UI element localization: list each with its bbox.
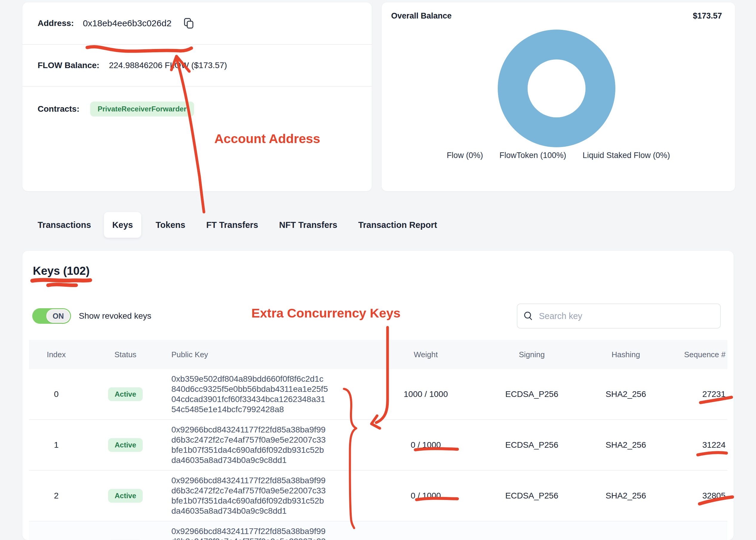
key-sequence-number: 32805 bbox=[671, 491, 727, 500]
flow-balance-label: FLOW Balance: bbox=[38, 61, 99, 70]
overall-balance-total: $173.57 bbox=[693, 11, 722, 21]
key-weight: 0 / 1000 bbox=[369, 440, 483, 450]
address-row: Address: 0x18eb4ee6b3c026d2 bbox=[38, 2, 363, 44]
header-status: Status bbox=[84, 350, 167, 359]
key-weight: 0 / 1000 bbox=[369, 491, 483, 500]
key-sequence-number: 31224 bbox=[671, 440, 727, 450]
key-signing-algo: ECDSA_P256 bbox=[483, 491, 581, 500]
account-tabs: Transactions Keys Tokens FT Transfers NF… bbox=[38, 212, 437, 238]
show-revoked-keys-label: Show revoked keys bbox=[79, 311, 152, 321]
flow-balance-value: 224.98846206 FLOW ($173.57) bbox=[109, 61, 227, 70]
key-weight: 1000 / 1000 bbox=[369, 389, 483, 399]
tab-transaction-report[interactable]: Transaction Report bbox=[358, 220, 437, 230]
header-hashing: Hashing bbox=[581, 350, 671, 359]
key-index: 2 bbox=[29, 491, 84, 500]
legend-item-flowtoken: FlowToken (100%) bbox=[499, 151, 566, 160]
balance-donut-chart bbox=[498, 30, 615, 147]
header-signing: Signing bbox=[483, 350, 581, 359]
tab-transactions[interactable]: Transactions bbox=[38, 220, 91, 230]
table-row: 1 Active 0x92966bcd843241177f22fd85a38ba… bbox=[29, 420, 727, 471]
public-key-value: 0x92966bcd843241177f22fd85a38ba9f99 d6b3… bbox=[167, 471, 369, 521]
public-key-value: 0x92966bcd843241177f22fd85a38ba9f99 d6b3… bbox=[167, 420, 369, 470]
key-search-box bbox=[517, 304, 721, 329]
copy-icon bbox=[183, 17, 195, 29]
status-badge: Active bbox=[108, 489, 143, 503]
key-hashing-algo: SHA2_256 bbox=[581, 491, 671, 500]
tab-tokens[interactable]: Tokens bbox=[156, 220, 185, 230]
table-row: 2 Active 0x92966bcd843241177f22fd85a38ba… bbox=[29, 471, 727, 521]
show-revoked-keys-toggle[interactable]: ON bbox=[32, 308, 71, 324]
table-row: 0 Active 0xb359e502df804a89bdd660f0f8f6c… bbox=[29, 369, 727, 420]
address-value: 0x18eb4ee6b3c026d2 bbox=[83, 18, 171, 28]
public-key-value: 0x92966bcd843241177f22fd85a38ba9f99 d6b3… bbox=[167, 521, 369, 540]
keys-table-body: 0 Active 0xb359e502df804a89bdd660f0f8f6c… bbox=[29, 369, 727, 540]
table-row: 3 Active 0x92966bcd843241177f22fd85a38ba… bbox=[29, 521, 727, 540]
header-public-key: Public Key bbox=[167, 350, 369, 359]
key-status-cell: Active bbox=[84, 387, 167, 401]
header-index: Index bbox=[29, 350, 84, 359]
key-signing-algo: ECDSA_P256 bbox=[483, 440, 581, 450]
header-sequence: Sequence # bbox=[671, 350, 727, 359]
key-hashing-algo: SHA2_256 bbox=[581, 389, 671, 399]
address-label: Address: bbox=[38, 19, 74, 28]
key-hashing-algo: SHA2_256 bbox=[581, 440, 671, 450]
toggle-knob[interactable]: ON bbox=[46, 309, 70, 323]
status-badge: Active bbox=[108, 438, 143, 452]
contracts-row: Contracts: PrivateReceiverForwarder bbox=[38, 86, 363, 191]
legend-item-liquid-staked-flow: Liquid Staked Flow (0%) bbox=[583, 151, 670, 160]
status-badge: Active bbox=[108, 387, 143, 401]
search-icon bbox=[523, 311, 534, 321]
overall-balance-card: Overall Balance $173.57 Flow (0%) FlowTo… bbox=[381, 2, 735, 191]
tab-ft-transfers[interactable]: FT Transfers bbox=[206, 220, 258, 230]
public-key-value: 0xb359e502df804a89bdd660f0f8f6c2d1c 840d… bbox=[167, 369, 369, 419]
account-summary-card: Address: 0x18eb4ee6b3c026d2 FLOW Balance… bbox=[22, 2, 372, 191]
contract-badge[interactable]: PrivateReceiverForwarder bbox=[90, 101, 194, 116]
contracts-label: Contracts: bbox=[38, 104, 79, 114]
keys-table-header: Index Status Public Key Weight Signing H… bbox=[29, 340, 727, 369]
tab-nft-transfers[interactable]: NFT Transfers bbox=[279, 220, 337, 230]
key-index: 0 bbox=[29, 389, 84, 399]
keys-section-title: Keys (102) bbox=[33, 265, 90, 277]
header-weight: Weight bbox=[369, 350, 483, 359]
overall-balance-title: Overall Balance bbox=[391, 11, 452, 21]
key-signing-algo: ECDSA_P256 bbox=[483, 389, 581, 399]
key-sequence-number: 27231 bbox=[671, 389, 727, 399]
key-index: 1 bbox=[29, 440, 84, 450]
key-status-cell: Active bbox=[84, 438, 167, 452]
keys-panel: Keys (102) ON Show revoked keys Index St… bbox=[22, 251, 734, 540]
tab-keys[interactable]: Keys bbox=[104, 212, 141, 238]
copy-address-button[interactable] bbox=[183, 17, 195, 29]
flow-balance-row: FLOW Balance: 224.98846206 FLOW ($173.57… bbox=[38, 45, 363, 86]
donut-legend: Flow (0%) FlowToken (100%) Liquid Staked… bbox=[381, 151, 735, 160]
legend-item-flow: Flow (0%) bbox=[447, 151, 483, 160]
key-status-cell: Active bbox=[84, 489, 167, 503]
keys-table: Index Status Public Key Weight Signing H… bbox=[29, 340, 727, 540]
search-key-input[interactable] bbox=[539, 311, 714, 321]
